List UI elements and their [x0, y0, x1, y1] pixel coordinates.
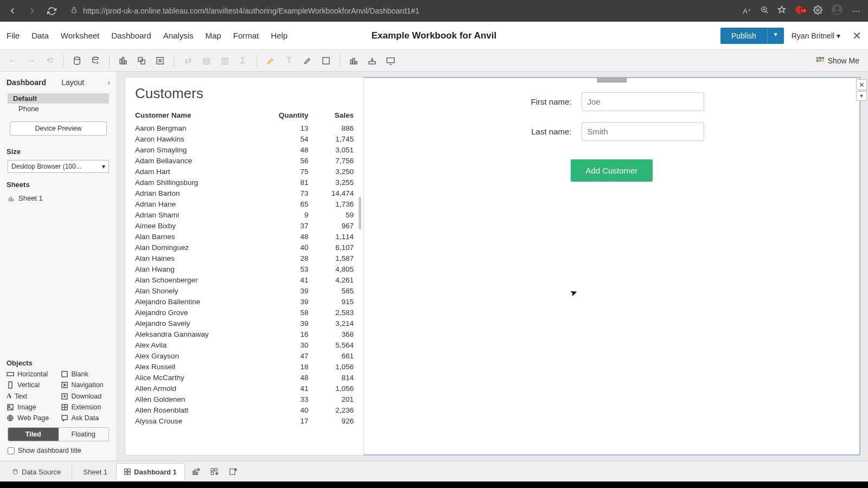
forward-button[interactable]: [26, 5, 38, 17]
table-row[interactable]: Alejandro Savely393,214: [135, 318, 356, 329]
menu-worksheet[interactable]: Worksheet: [61, 31, 99, 40]
reload-button[interactable]: [46, 5, 58, 17]
dashboard-canvas[interactable]: Customers Customer Name Quantity Sales A…: [117, 72, 868, 461]
publish-button[interactable]: Publish ▼: [720, 28, 784, 44]
object-navigation[interactable]: Navigation: [61, 381, 111, 389]
presentation-button[interactable]: [382, 53, 399, 69]
menu-help[interactable]: Help: [271, 31, 288, 40]
extension-panel[interactable]: ✕ ▼ First name: Last name: Add Customer …: [363, 77, 860, 455]
tab-layout[interactable]: Layout: [61, 78, 84, 87]
tab-datasource[interactable]: Data Source: [4, 463, 68, 480]
table-row[interactable]: Alex Avila305,564: [135, 339, 356, 350]
menu-dashboard[interactable]: Dashboard: [111, 31, 151, 40]
duplicate-button[interactable]: [133, 53, 150, 69]
back-button[interactable]: [7, 5, 18, 17]
text-size-icon[interactable]: A⁺: [743, 7, 751, 15]
tiled-floating-toggle[interactable]: Tiled Floating: [8, 427, 109, 441]
settings-icon[interactable]: [813, 5, 822, 17]
sidebar-sheet-1[interactable]: Sheet 1: [4, 192, 112, 204]
fit-button[interactable]: [318, 53, 334, 69]
table-row[interactable]: Alex Russell181,056: [135, 361, 356, 372]
table-row[interactable]: Aimee Bixby37967: [135, 220, 356, 231]
favorite-icon[interactable]: [777, 5, 786, 16]
object-extension[interactable]: Extension: [61, 403, 111, 411]
table-row[interactable]: Alan Hwang534,805: [135, 264, 356, 274]
floating-option[interactable]: Floating: [59, 428, 109, 441]
panel-close-icon[interactable]: ✕: [856, 79, 867, 90]
table-row[interactable]: Adrian Hane651,736: [135, 198, 356, 209]
device-preview-button[interactable]: Device Preview: [10, 121, 107, 136]
first-name-input[interactable]: [582, 92, 704, 111]
object-text[interactable]: AText: [7, 392, 56, 400]
zoom-icon[interactable]: [760, 5, 769, 16]
table-row[interactable]: Alyssa Crouse17926: [135, 415, 356, 426]
table-row[interactable]: Aaron Smayling483,051: [135, 144, 356, 155]
revert-button[interactable]: ⟲: [41, 53, 58, 69]
new-worksheet-button[interactable]: [115, 53, 131, 69]
table-row[interactable]: Allen Rosenblatt402,236: [135, 404, 356, 415]
download-button[interactable]: [364, 53, 380, 69]
table-scrollbar[interactable]: [359, 197, 361, 229]
refresh-data-button[interactable]: [87, 53, 104, 69]
clear-button[interactable]: [152, 53, 168, 69]
redo-button[interactable]: →: [23, 53, 39, 69]
menu-analysis[interactable]: Analysis: [163, 31, 194, 40]
highlight-button[interactable]: [263, 53, 279, 69]
undo-button[interactable]: ←: [4, 53, 21, 69]
tab-dashboard[interactable]: Dashboard: [7, 78, 46, 87]
object-download[interactable]: Download: [61, 392, 111, 400]
table-row[interactable]: Alejandro Grove582,583: [135, 307, 356, 318]
address-bar[interactable]: https://prod-uk-a.online.tableau.com/t/a…: [65, 3, 735, 18]
panel-menu-icon[interactable]: ▼: [856, 91, 867, 101]
menu-map[interactable]: Map: [206, 31, 221, 40]
publish-dropdown[interactable]: ▼: [767, 28, 784, 44]
table-row[interactable]: Alice McCarthy48814: [135, 372, 356, 383]
sort-desc-button[interactable]: ▥: [216, 53, 233, 69]
customers-sheet[interactable]: Customers Customer Name Quantity Sales A…: [125, 77, 363, 455]
last-name-input[interactable]: [582, 122, 704, 141]
show-title-input[interactable]: [8, 447, 15, 454]
swap-button[interactable]: ⇄: [180, 53, 196, 69]
drag-handle[interactable]: [597, 78, 627, 82]
object-image[interactable]: Image: [7, 403, 56, 411]
table-row[interactable]: Alan Shonely39585: [135, 285, 356, 296]
table-row[interactable]: Adam Shillingsburg813,255: [135, 177, 356, 188]
collapse-sidebar-icon[interactable]: ‹: [107, 78, 110, 87]
object-vertical[interactable]: Vertical: [7, 381, 56, 389]
publish-label[interactable]: Publish: [720, 28, 767, 44]
table-row[interactable]: Adam Bellavance567,756: [135, 155, 356, 166]
profile-icon[interactable]: [831, 4, 843, 18]
show-me-button[interactable]: Show Me: [812, 56, 864, 65]
menu-file[interactable]: File: [7, 31, 20, 40]
table-row[interactable]: Adam Hart753,250: [135, 166, 356, 177]
device-default[interactable]: Default: [8, 93, 109, 104]
table-row[interactable]: Allen Goldenen33201: [135, 394, 356, 404]
table-row[interactable]: Alan Barnes481,114: [135, 231, 356, 242]
table-row[interactable]: Allen Armold411,056: [135, 383, 356, 394]
object-horizontal[interactable]: Horizontal: [7, 370, 56, 378]
table-row[interactable]: Aaron Bergman13886: [135, 123, 356, 133]
menu-format[interactable]: Format: [233, 31, 259, 40]
col-name[interactable]: Customer Name: [135, 110, 257, 123]
col-sales[interactable]: Sales: [317, 110, 356, 123]
size-select[interactable]: Desktop Browser (100... ▾: [8, 160, 109, 173]
new-story-tab-button[interactable]: [226, 465, 239, 478]
device-phone[interactable]: Phone: [8, 104, 109, 114]
new-datasource-button[interactable]: [69, 53, 85, 69]
table-row[interactable]: Alex Grayson47661: [135, 350, 356, 361]
tab-sheet1[interactable]: Sheet 1: [75, 463, 115, 480]
fit-dropdown[interactable]: [346, 53, 362, 69]
new-sheet-tab-button[interactable]: [189, 465, 202, 478]
table-row[interactable]: Adrian Shami959: [135, 209, 356, 220]
table-row[interactable]: Alan Dominguez406,107: [135, 242, 356, 253]
menu-data[interactable]: Data: [31, 31, 49, 40]
table-row[interactable]: Alan Schoenberger414,261: [135, 274, 356, 285]
show-dashboard-title-checkbox[interactable]: Show dashboard title: [8, 447, 109, 454]
format-button[interactable]: [299, 53, 316, 69]
sort-asc-button[interactable]: ▤: [198, 53, 214, 69]
object-blank[interactable]: Blank: [61, 370, 111, 378]
table-row[interactable]: Alan Haines281,587: [135, 253, 356, 264]
new-dashboard-tab-button[interactable]: [208, 465, 221, 478]
table-row[interactable]: Aleksandra Gannaway16368: [135, 329, 356, 339]
add-customer-button[interactable]: Add Customer: [571, 159, 653, 182]
